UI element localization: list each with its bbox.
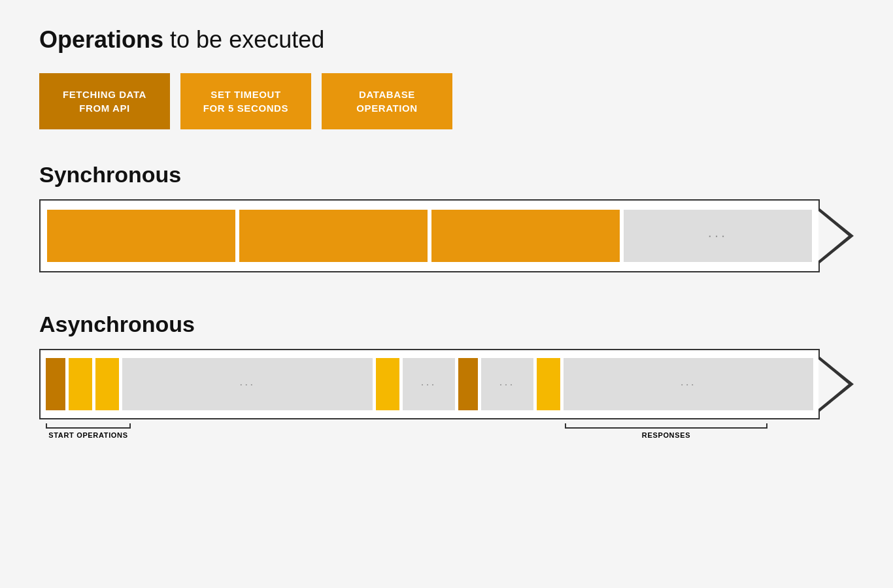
asynchronous-arrow xyxy=(820,357,854,412)
async-resp1 xyxy=(376,358,399,410)
asynchronous-box: ··· ··· ··· ··· xyxy=(39,349,820,419)
asynchronous-timeline: ··· ··· ··· ··· xyxy=(39,349,854,419)
async-labels-row: START OPERATIONS RESPONSES xyxy=(39,423,854,439)
asynchronous-section: Asynchronous ··· ··· ··· ··· START OPERA… xyxy=(39,312,854,439)
page-title: Operations to be executed xyxy=(39,26,854,54)
synchronous-section: Synchronous ··· xyxy=(39,162,854,272)
op-card-database: DATABASEOPERATION xyxy=(322,73,452,129)
responses-label-group: RESPONSES xyxy=(565,423,767,439)
synchronous-box: ··· xyxy=(39,199,820,272)
sync-block-1 xyxy=(47,210,235,262)
synchronous-arrow xyxy=(820,208,854,263)
op-card-timeout: SET TIMEOUTFOR 5 SECONDS xyxy=(180,73,311,129)
asynchronous-title: Asynchronous xyxy=(39,312,854,337)
start-bracket xyxy=(46,423,131,429)
op-card-fetch: FETCHING DATAFROM API xyxy=(39,73,170,129)
sync-block-dots: ··· xyxy=(624,210,812,262)
async-resp-wait2: ··· xyxy=(481,358,533,410)
responses-label: RESPONSES xyxy=(642,431,690,439)
synchronous-timeline: ··· xyxy=(39,199,854,272)
async-resp2 xyxy=(458,358,478,410)
responses-bracket xyxy=(565,423,767,429)
sync-block-2 xyxy=(239,210,428,262)
async-op1 xyxy=(46,358,65,410)
async-resp3 xyxy=(537,358,560,410)
synchronous-title: Synchronous xyxy=(39,162,854,188)
label-spacer xyxy=(131,423,565,439)
start-label: START OPERATIONS xyxy=(48,431,127,439)
async-op3 xyxy=(95,358,119,410)
start-operations-label-group: START OPERATIONS xyxy=(46,423,131,439)
operations-row: FETCHING DATAFROM API SET TIMEOUTFOR 5 S… xyxy=(39,73,854,129)
async-op2 xyxy=(69,358,92,410)
sync-block-3 xyxy=(431,210,620,262)
async-wait2: ··· xyxy=(564,358,814,410)
async-wait1: ··· xyxy=(122,358,373,410)
async-resp-wait1: ··· xyxy=(403,358,455,410)
